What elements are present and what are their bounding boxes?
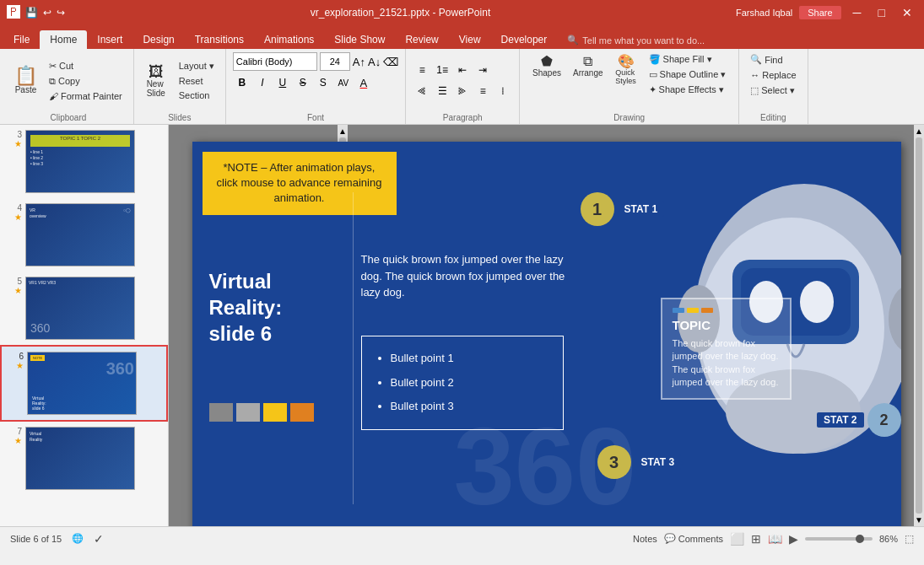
select-button[interactable]: ⬚ Select ▾ [746, 83, 799, 98]
slides-content: 🖼 NewSlide Layout ▾ Reset Section [141, 52, 219, 121]
columns-button[interactable]: ⁞ [494, 82, 512, 100]
right-scroll-up-btn[interactable]: ▲ [915, 126, 923, 136]
normal-view-icon[interactable]: ⬜ [730, 532, 744, 546]
color-sq-orange [290, 403, 314, 422]
slide-thumb-4[interactable]: 4 ★ VRoverview ○◯ [0, 198, 168, 272]
fontcolor-button[interactable]: A [354, 73, 373, 92]
redo-icon[interactable]: ↪ [57, 7, 65, 19]
drawing-label: Drawing [520, 113, 738, 122]
layout-button[interactable]: Layout ▾ [175, 59, 219, 73]
ribbon-group-clipboard: 📋 Paste ✂ Cut ⧉ Copy 🖌 Format Painter Cl… [3, 49, 134, 124]
tab-home[interactable]: Home [40, 30, 87, 49]
arrange-button[interactable]: ⧉ Arrange [569, 52, 608, 80]
comments-button[interactable]: 💬 Comments [664, 533, 723, 544]
right-scroll-thumb[interactable] [916, 137, 922, 514]
fit-window-icon[interactable]: ⬚ [905, 533, 914, 545]
shape-effects-button[interactable]: ✦ Shape Effects ▾ [645, 83, 731, 97]
underline-button[interactable]: U [273, 73, 292, 92]
charspace-button[interactable]: AV [334, 73, 353, 92]
copy-button[interactable]: ⧉ Copy [45, 74, 127, 89]
align-center-button[interactable]: ☰ [433, 82, 451, 100]
paste-button[interactable]: 📋 Paste [10, 64, 41, 97]
zoom-thumb[interactable] [856, 535, 864, 543]
align-left-button[interactable]: ⫷ [413, 82, 431, 100]
font-shrink-icon[interactable]: A↓ [368, 56, 381, 68]
tab-review[interactable]: Review [395, 30, 448, 49]
cut-button[interactable]: ✂ Cut [45, 59, 127, 73]
bullet-1: Bullet point 1 [391, 347, 549, 371]
save-icon[interactable]: 💾 [25, 7, 38, 19]
find-label: Find [765, 55, 782, 65]
slide-sorter-icon[interactable]: ⊞ [751, 532, 761, 546]
shape-outline-label: Shape Outline ▾ [660, 69, 727, 80]
bullets-button[interactable]: ≡ [413, 61, 431, 79]
scroll-up-btn[interactable]: ▲ [338, 126, 347, 136]
right-scroll-down-btn[interactable]: ▼ [915, 515, 923, 525]
replace-icon: ↔ [750, 70, 759, 80]
increase-indent-button[interactable]: ⇥ [473, 61, 492, 79]
spellcheck-icon[interactable]: ✓ [94, 532, 104, 546]
shape-fill-button[interactable]: 🪣 Shape Fill ▾ [645, 52, 731, 67]
tab-tell-me[interactable]: 🔍 Tell me what you want to do... [557, 31, 715, 49]
font-size-input[interactable] [320, 52, 350, 71]
slide-thumb-3[interactable]: 3 ★ TOPIC 1 TOPIC 2 • line 1• line 2• li… [0, 125, 168, 198]
font-grow-icon[interactable]: A↑ [353, 56, 365, 68]
title-bar: 🅿 💾 ↩ ↪ vr_exploration_21521.pptx - Powe… [0, 0, 924, 25]
right-scrollbar[interactable]: ▲ ▼ [914, 125, 924, 526]
dot-orange [701, 308, 713, 313]
italic-button[interactable]: I [253, 73, 272, 92]
select-label: Select ▾ [761, 85, 795, 96]
justify-button[interactable]: ≡ [473, 82, 492, 100]
format-painter-icon: 🖌 [49, 91, 58, 101]
slide-canvas: *NOTE – After animation plays, click mou… [192, 142, 901, 526]
section-button[interactable]: Section [175, 89, 219, 102]
replace-button[interactable]: ↔ Replace [746, 68, 800, 82]
slide-thumb-7[interactable]: 7 ★ VirtualReality [0, 422, 168, 495]
canvas-area[interactable]: ▲ ▼ *NOTE – After animation plays, click… [169, 125, 924, 526]
tab-file[interactable]: File [3, 30, 40, 49]
shadow-button[interactable]: S [314, 73, 332, 92]
tab-design[interactable]: Design [132, 30, 184, 49]
tab-animations[interactable]: Animations [254, 30, 324, 49]
minimize-button[interactable]: ─ [848, 6, 867, 19]
reset-button[interactable]: Reset [175, 74, 219, 88]
slide-num-5: 5 [10, 277, 22, 286]
tab-insert[interactable]: Insert [87, 30, 132, 49]
shapes-button[interactable]: ⬟ Shapes [528, 52, 565, 80]
format-painter-button[interactable]: 🖌 Format Painter [45, 89, 127, 103]
font-name-input[interactable] [233, 52, 317, 71]
close-button[interactable]: ✕ [897, 6, 917, 19]
slide-thumb-5[interactable]: 5 ★ VR1 VR2 VR3 360 [0, 272, 168, 345]
maximize-button[interactable]: □ [873, 6, 890, 19]
notes-button[interactable]: Notes [633, 534, 657, 544]
stat-label-2: STAT 2 [817, 412, 864, 428]
decrease-indent-button[interactable]: ⇤ [453, 61, 472, 79]
undo-icon[interactable]: ↩ [43, 7, 51, 19]
share-button[interactable]: Share [799, 6, 840, 19]
bold-button[interactable]: B [233, 73, 251, 92]
slide-thumb-6[interactable]: 6 ★ NOTE VirtualReality:slide 6 360 [0, 345, 168, 422]
zoom-slider[interactable] [805, 537, 873, 541]
svg-point-5 [800, 281, 834, 323]
shape-outline-button[interactable]: ▭ Shape Outline ▾ [645, 67, 731, 82]
quick-styles-button[interactable]: 🎨 QuickStyles [611, 52, 641, 88]
tab-developer[interactable]: Developer [491, 30, 558, 49]
tab-transitions[interactable]: Transitions [185, 30, 254, 49]
para-row1: ≡ 1≡ ⇤ ⇥ [413, 61, 512, 79]
topic-box: TOPIC The quick brown fox jumped over th… [661, 298, 792, 400]
color-sq-gray2 [236, 403, 260, 422]
numbering-button[interactable]: 1≡ [433, 61, 451, 79]
slideshow-icon[interactable]: ▶ [789, 532, 798, 546]
slide-img-inner-5: VR1 VR2 VR3 360 [26, 277, 134, 339]
font-content: A↑ A↓ ⌫ B I U S S AV A [233, 52, 398, 121]
paragraph-content: ≡ 1≡ ⇤ ⇥ ⫷ ☰ ⫸ ≡ ⁞ [413, 52, 512, 121]
tab-view[interactable]: View [449, 30, 491, 49]
strikethrough-button[interactable]: S [294, 73, 312, 92]
align-right-button[interactable]: ⫸ [453, 82, 472, 100]
find-button[interactable]: 🔍 Find [746, 52, 786, 67]
user-name: Farshad Iqbal [736, 8, 792, 18]
new-slide-button[interactable]: 🖼 NewSlide [141, 62, 171, 100]
clear-format-icon[interactable]: ⌫ [383, 56, 398, 68]
tab-slideshow[interactable]: Slide Show [324, 30, 395, 49]
reading-view-icon[interactable]: 📖 [768, 532, 782, 546]
